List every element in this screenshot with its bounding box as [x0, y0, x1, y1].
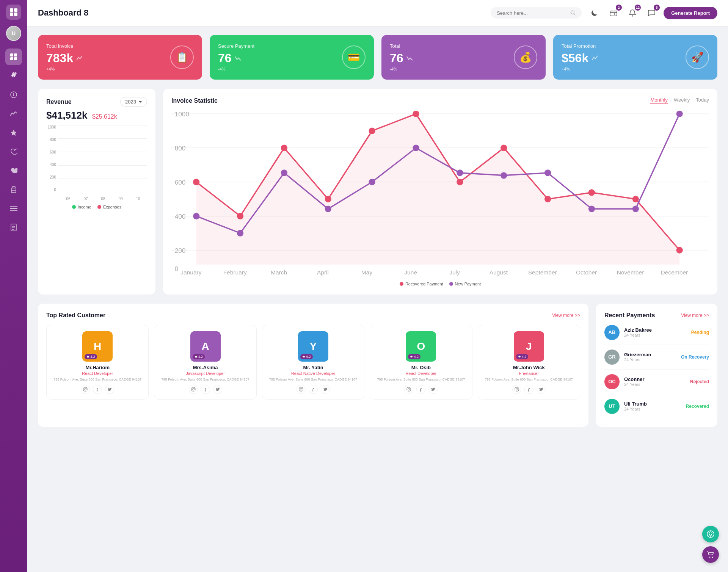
payments-view-more[interactable]: View more >> — [681, 313, 709, 318]
sidebar-item-analytics[interactable] — [5, 105, 22, 122]
twitter-icon[interactable] — [105, 385, 114, 394]
bottom-row: Top Rated Customer View more >> H ★4.2 M… — [38, 304, 717, 427]
sidebar-item-info[interactable] — [5, 86, 22, 103]
svg-text:200: 200 — [175, 247, 186, 254]
sidebar-item-docs[interactable] — [5, 219, 22, 236]
svg-point-40 — [369, 128, 375, 134]
bar-groups — [59, 125, 147, 192]
payment-info: Oconner 24 Years — [624, 376, 686, 387]
payment-name: Uli Trumb — [624, 401, 681, 407]
revenue-main-value: $41,512k — [46, 110, 87, 121]
stat-card-invoice: Total invoice 783k +4% 📋 — [38, 35, 202, 80]
sidebar-item-heart2[interactable] — [5, 162, 22, 179]
bell-icon-btn[interactable]: 12 — [626, 6, 639, 20]
bar-label-07: 07 — [79, 197, 93, 201]
bar-label-08: 08 — [96, 197, 110, 201]
tab-weekly[interactable]: Weekly — [674, 97, 690, 104]
invoice-header: Invoice Statistic Monthly Weekly Today — [171, 97, 709, 104]
svg-text:November: November — [617, 269, 644, 276]
svg-point-44 — [544, 196, 551, 202]
customer-card: O ★4.2 Mr. Osib React Developer 795 Fols… — [370, 325, 472, 400]
svg-point-90 — [712, 557, 713, 558]
invoice-tabs: Monthly Weekly Today — [650, 97, 709, 104]
sidebar-item-print[interactable] — [5, 181, 22, 198]
svg-text:February: February — [223, 269, 247, 276]
stat-change-invoice: +4% — [46, 67, 83, 71]
instagram-icon[interactable] — [297, 385, 306, 394]
twitter-icon[interactable] — [321, 385, 330, 394]
svg-point-86 — [518, 388, 518, 389]
facebook-icon[interactable] — [201, 385, 210, 394]
facebook-icon[interactable] — [309, 385, 318, 394]
facebook-icon[interactable] — [524, 385, 533, 394]
fab-cart[interactable] — [702, 546, 719, 563]
svg-rect-6 — [10, 57, 13, 60]
payment-age: 24 Years — [624, 407, 681, 411]
twitter-icon[interactable] — [213, 385, 222, 394]
svg-rect-3 — [14, 13, 17, 16]
bar-label-09: 09 — [114, 197, 127, 201]
sidebar-logo[interactable] — [6, 5, 21, 20]
svg-point-82 — [408, 389, 410, 390]
chat-icon-btn[interactable]: 5 — [645, 6, 658, 20]
customer-address: 795 Folsom Ave, Suite 600 San Francisco,… — [50, 377, 144, 382]
sidebar-item-dashboard[interactable] — [5, 49, 22, 65]
stat-card-info: Total invoice 783k +4% — [46, 43, 83, 71]
instagram-icon[interactable] — [189, 385, 198, 394]
svg-point-50 — [281, 169, 287, 176]
payment-item: UT Uli Trumb 24 Years Recovered — [604, 394, 709, 418]
svg-point-89 — [709, 557, 711, 558]
dark-mode-toggle[interactable] — [588, 6, 601, 20]
sidebar-item-favorites[interactable] — [5, 143, 22, 160]
avatar[interactable]: U — [6, 26, 21, 41]
svg-point-79 — [300, 389, 302, 390]
social-icons — [266, 385, 360, 394]
stat-value-promo: $56k — [562, 51, 598, 65]
payment-info: Aziz Bakree 24 Years — [624, 327, 687, 337]
svg-point-47 — [676, 247, 683, 253]
customer-role: React Developer — [374, 371, 468, 376]
customers-view-more[interactable]: View more >> — [552, 313, 580, 318]
wallet-badge: 2 — [616, 5, 622, 11]
svg-point-51 — [325, 205, 331, 212]
sidebar-item-star[interactable] — [5, 124, 22, 141]
fab-support[interactable] — [702, 526, 719, 542]
sidebar-item-settings[interactable] — [5, 67, 22, 84]
customer-address: 795 Folsom Ave, Suite 600 San Francisco,… — [482, 377, 576, 382]
svg-point-24 — [632, 16, 633, 17]
svg-point-77 — [194, 388, 195, 389]
search-input[interactable] — [497, 10, 567, 16]
facebook-icon[interactable] — [93, 385, 102, 394]
social-icons — [374, 385, 468, 394]
facebook-icon[interactable] — [416, 385, 425, 394]
instagram-icon[interactable] — [512, 385, 521, 394]
svg-point-88 — [710, 536, 711, 537]
fab-container — [702, 526, 719, 563]
svg-point-73 — [85, 389, 86, 390]
instagram-icon[interactable] — [81, 385, 90, 394]
header: Dashboard 8 2 — [27, 0, 728, 26]
payment-item: OC Oconner 24 Years Rejected — [604, 370, 709, 394]
chat-badge: 5 — [654, 5, 660, 11]
stat-icon-total: 💰 — [514, 45, 537, 69]
tab-today[interactable]: Today — [696, 97, 709, 104]
customer-role: React Native Developer — [266, 371, 360, 376]
payment-status: Recovered — [686, 404, 709, 409]
customers-title: Top Rated Customer — [46, 312, 105, 319]
stat-icon-promo: 🚀 — [686, 45, 709, 69]
stat-value-payment: 76 — [218, 51, 254, 65]
search-box[interactable] — [491, 7, 582, 19]
svg-point-39 — [325, 196, 331, 202]
instagram-icon[interactable] — [404, 385, 413, 394]
payment-item: GR Griezerman 24 Years On Recovery — [604, 345, 709, 370]
generate-report-button[interactable]: Generate Report — [664, 7, 717, 19]
svg-marker-11 — [11, 130, 17, 136]
twitter-icon[interactable] — [537, 385, 546, 394]
tab-monthly[interactable]: Monthly — [650, 97, 668, 104]
sidebar-item-menu[interactable] — [5, 200, 22, 217]
twitter-icon[interactable] — [428, 385, 438, 394]
bell-badge: 12 — [635, 5, 641, 11]
stat-icon-invoice: 📋 — [170, 45, 194, 69]
year-select[interactable]: 2023 — [120, 97, 147, 107]
wallet-icon-btn[interactable]: 2 — [607, 6, 620, 20]
